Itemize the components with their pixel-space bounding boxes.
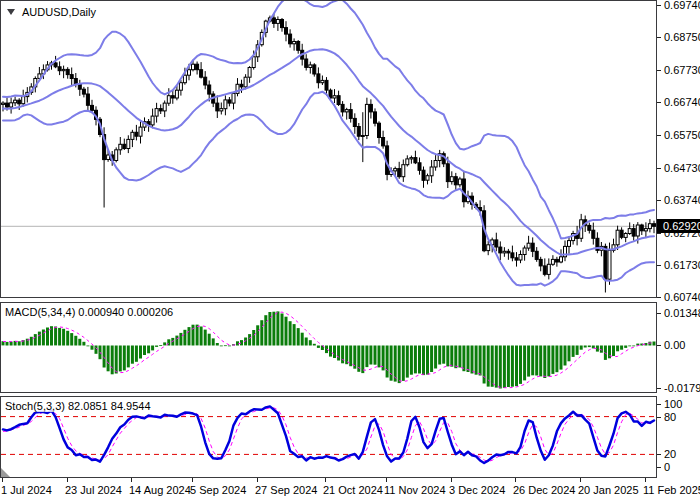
axis-tick <box>657 404 661 405</box>
axis-tick <box>657 345 661 346</box>
time-axis[interactable]: 1 Jul 202423 Jul 202414 Aug 20245 Sep 20… <box>0 478 700 500</box>
time-axis-tick <box>515 478 516 482</box>
stochastic-axis-label: 80 <box>664 411 676 423</box>
price-axis-label: 0.68750 <box>664 31 700 43</box>
time-axis-label: 3 Dec 2024 <box>449 484 505 496</box>
time-axis-tick <box>645 478 646 482</box>
price-axis-label: 0.61730 <box>664 259 700 271</box>
price-axis-label: 0.66740 <box>664 96 700 108</box>
time-axis-label: 14 Aug 2024 <box>129 484 191 496</box>
macd-axis-label: 0.00 <box>664 339 685 351</box>
axis-tick <box>657 200 661 201</box>
time-axis-label: 21 Oct 2024 <box>323 484 383 496</box>
axis-tick <box>657 102 661 103</box>
price-axis-label: 0.69740 <box>664 0 700 11</box>
axis-tick <box>657 135 661 136</box>
price-chart-panel[interactable]: AUDUSD,Daily <box>0 0 657 298</box>
macd-panel[interactable]: MACD(5,34,4) 0.000940 0.000206 <box>0 302 657 393</box>
price-axis-label: 0.64730 <box>664 162 700 174</box>
time-axis-label: 5 Sep 2024 <box>190 484 246 496</box>
axis-tick <box>657 168 661 169</box>
time-axis-tick <box>257 478 258 482</box>
time-axis-label: 27 Sep 2024 <box>255 484 317 496</box>
time-axis-label: 11 Feb 2025 <box>643 484 700 496</box>
trading-chart-window: AUDUSD,Daily 0.697400.687500.677300.6674… <box>0 0 700 500</box>
time-axis-tick <box>67 478 68 482</box>
time-axis-tick <box>451 478 452 482</box>
stochastic-axis-label: 20 <box>664 448 676 460</box>
stochastic-axis-label: 0 <box>664 461 670 473</box>
time-axis-tick <box>131 478 132 482</box>
time-axis-tick <box>2 478 3 482</box>
axis-tick <box>657 37 661 38</box>
stochastic-panel[interactable]: Stoch(5,3,3) 82.0851 84.9544 <box>0 396 657 478</box>
current-price-box: 0.62920 <box>657 219 700 233</box>
axis-tick <box>657 265 661 266</box>
stochastic-label: Stoch(5,3,3) 82.0851 84.9544 <box>5 400 151 412</box>
axis-tick <box>657 233 661 234</box>
axis-tick <box>657 313 661 314</box>
axis-tick <box>657 467 661 468</box>
macd-axis[interactable]: 0.0134860.00-0.017968 <box>657 302 700 393</box>
price-axis[interactable]: 0.697400.687500.677300.667400.657500.647… <box>657 0 700 298</box>
time-axis-tick <box>580 478 581 482</box>
axis-tick <box>657 417 661 418</box>
price-axis-label: 0.65750 <box>664 129 700 141</box>
stochastic-axis-label: 100 <box>664 398 682 410</box>
candlestick-chart[interactable] <box>1 1 656 297</box>
time-axis-label: 1 Jul 2024 <box>1 484 52 496</box>
time-axis-label: 11 Nov 2024 <box>384 484 446 496</box>
axis-tick <box>657 297 661 298</box>
chevron-down-icon[interactable] <box>7 9 15 15</box>
time-axis-tick <box>192 478 193 482</box>
axis-tick <box>657 388 661 389</box>
time-axis-label: 23 Jul 2024 <box>65 484 122 496</box>
axis-tick <box>657 5 661 6</box>
axis-tick <box>657 454 661 455</box>
time-axis-tick <box>325 478 326 482</box>
stochastic-axis[interactable]: 10080200 <box>657 396 700 478</box>
time-axis-label: 20 Jan 2025 <box>578 484 639 496</box>
time-axis-tick <box>386 478 387 482</box>
macd-label: MACD(5,34,4) 0.000940 0.000206 <box>5 306 173 318</box>
panel-resize-grip[interactable] <box>1 468 10 477</box>
price-axis-label: 0.67730 <box>664 64 700 76</box>
macd-axis-label: 0.013486 <box>664 307 700 319</box>
symbol-timeframe-label: AUDUSD,Daily <box>22 6 96 18</box>
price-axis-label: 0.63740 <box>664 194 700 206</box>
time-axis-label: 26 Dec 2024 <box>513 484 575 496</box>
axis-tick <box>657 70 661 71</box>
macd-axis-label: -0.017968 <box>664 382 700 394</box>
chart-title: AUDUSD,Daily <box>7 6 96 18</box>
